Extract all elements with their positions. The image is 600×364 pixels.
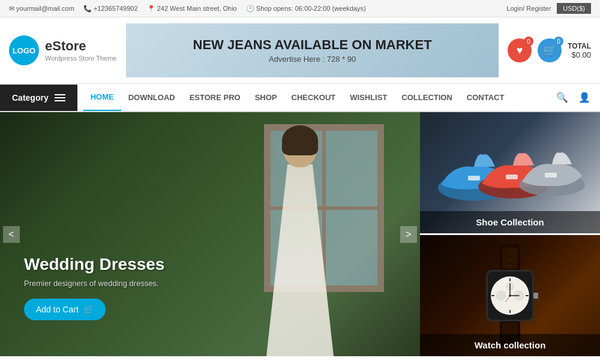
shoes-svg [429, 134, 591, 212]
logo-text-area: eStore Wordpress Store Theme [45, 38, 116, 62]
category-button[interactable]: Category [0, 85, 77, 111]
side-panels: Shoe Collection [420, 112, 600, 356]
hero-title: Wedding Dresses [24, 255, 164, 274]
wishlist-badge: 0 [524, 37, 533, 46]
slider-prev-button[interactable]: < [3, 226, 20, 243]
hero-slider: Wedding Dresses Premier designers of wed… [0, 112, 420, 356]
total-label: TOTAL [568, 42, 591, 50]
logo-text: LOGO [13, 46, 35, 55]
svg-rect-29 [533, 293, 538, 299]
nav-collection[interactable]: COLLECTION [394, 85, 460, 110]
logo-circle[interactable]: LOGO [9, 35, 39, 65]
store-subtitle: Wordpress Store Theme [45, 55, 116, 62]
svg-point-18 [496, 291, 506, 300]
shoe-collection-panel: Shoe Collection [420, 112, 600, 235]
search-button[interactable]: 🔍 [553, 88, 572, 107]
cart-icon: 🛒 [83, 305, 94, 314]
main-content: Wedding Dresses Premier designers of wed… [0, 112, 600, 356]
email-info: ✉ yourmail@mail.com [9, 5, 74, 13]
nav-links: HOME DOWNLOAD ESTORE PRO SHOP CHECKOUT W… [77, 84, 553, 111]
watch-collection-panel: Watch collection [420, 235, 600, 356]
hero-subtitle: Premier designers of wedding dresses. [24, 279, 164, 288]
hours-info: 🕐 Shop opens: 06:00-22:00 (weekdays) [246, 5, 366, 13]
top-bar-right: Login/ Register USD($) [506, 3, 591, 14]
banner-text: NEW JEANS AVAILABLE ON MARKET Advertise … [193, 37, 432, 64]
nav-icons: 🔍 👤 [553, 88, 600, 107]
nav-contact[interactable]: CONTACT [460, 85, 512, 110]
wishlist-icon-wrapper: ♥ 0 [508, 38, 532, 62]
cart-icon-wrapper: 🛒 0 [538, 38, 562, 62]
currency-button[interactable]: USD($) [557, 3, 591, 14]
hero-overlay: Wedding Dresses Premier designers of wed… [24, 255, 164, 320]
address-info: 📍 242 West Main street, Ohio [147, 5, 237, 13]
total-area: TOTAL $0.00 [568, 42, 591, 59]
watch-collection-label: Watch collection [420, 334, 600, 356]
banner-sub-text: Advertise Here : 728 * 90 [193, 55, 432, 64]
add-to-cart-label: Add to Cart [36, 305, 79, 314]
svg-point-9 [509, 258, 511, 261]
banner: NEW JEANS AVAILABLE ON MARKET Advertise … [126, 23, 499, 77]
nav-home[interactable]: HOME [83, 84, 121, 111]
top-bar-left: ✉ yourmail@mail.com 📞 +12365749902 📍 242… [9, 5, 366, 13]
svg-rect-1 [468, 176, 480, 181]
nav-wishlist[interactable]: WISHLIST [343, 85, 394, 110]
cart-badge: 0 [554, 37, 563, 46]
svg-point-8 [509, 252, 511, 255]
nav-checkout[interactable]: CHECKOUT [284, 85, 343, 110]
category-label: Category [12, 93, 49, 103]
svg-rect-5 [545, 173, 557, 178]
phone-info: 📞 +12365749902 [83, 5, 138, 13]
svg-point-10 [509, 264, 511, 267]
banner-main-text: NEW JEANS AVAILABLE ON MARKET [193, 37, 432, 53]
shoe-collection-label: Shoe Collection [420, 211, 600, 233]
logo-area: LOGO eStore Wordpress Store Theme [9, 35, 117, 65]
total-amount: $0.00 [568, 50, 591, 59]
slider-next-button[interactable]: > [400, 226, 417, 243]
user-button[interactable]: 👤 [575, 88, 594, 107]
hamburger-icon [55, 94, 65, 101]
store-name: eStore [45, 38, 116, 54]
watch-svg [471, 245, 549, 347]
add-to-cart-button[interactable]: Add to Cart 🛒 [24, 299, 106, 320]
top-bar: ✉ yourmail@mail.com 📞 +12365749902 📍 242… [0, 0, 600, 17]
svg-point-28 [509, 294, 511, 297]
nav-estore-pro[interactable]: ESTORE PRO [182, 85, 248, 110]
nav-shop[interactable]: SHOP [248, 85, 284, 110]
nav-bar: Category HOME DOWNLOAD ESTORE PRO SHOP C… [0, 84, 600, 112]
nav-download[interactable]: DOWNLOAD [121, 85, 182, 110]
woman-figure [228, 122, 372, 356]
header: LOGO eStore Wordpress Store Theme NEW JE… [0, 17, 600, 84]
login-register-link[interactable]: Login/ Register [506, 5, 551, 12]
svg-rect-3 [506, 175, 518, 179]
header-actions: ♥ 0 🛒 0 TOTAL $0.00 [508, 38, 591, 62]
